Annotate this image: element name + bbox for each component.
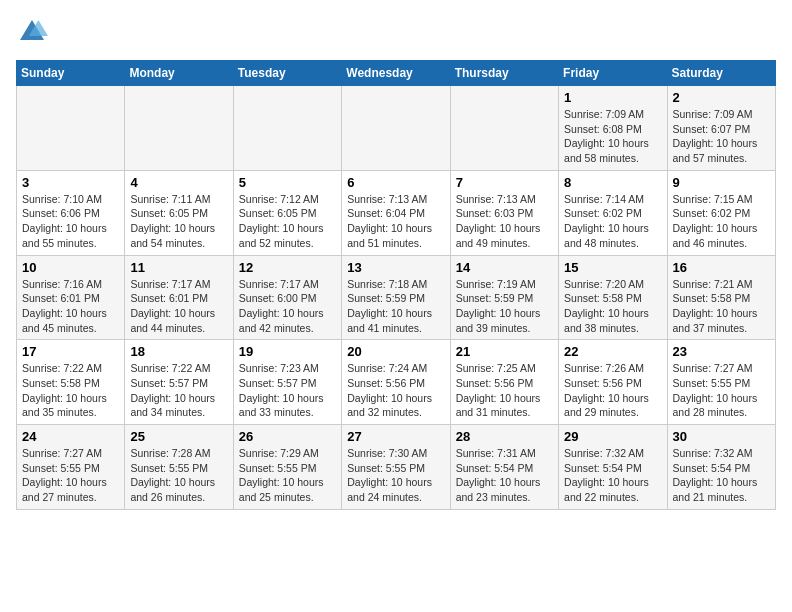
day-info: Sunrise: 7:27 AM Sunset: 5:55 PM Dayligh…	[22, 447, 107, 503]
day-info: Sunrise: 7:22 AM Sunset: 5:57 PM Dayligh…	[130, 362, 215, 418]
week-row-3: 10Sunrise: 7:16 AM Sunset: 6:01 PM Dayli…	[17, 255, 776, 340]
day-info: Sunrise: 7:09 AM Sunset: 6:07 PM Dayligh…	[673, 108, 758, 164]
day-cell: 18Sunrise: 7:22 AM Sunset: 5:57 PM Dayli…	[125, 340, 233, 425]
day-cell: 28Sunrise: 7:31 AM Sunset: 5:54 PM Dayli…	[450, 425, 558, 510]
page-header	[16, 16, 776, 48]
day-cell: 26Sunrise: 7:29 AM Sunset: 5:55 PM Dayli…	[233, 425, 341, 510]
day-cell: 27Sunrise: 7:30 AM Sunset: 5:55 PM Dayli…	[342, 425, 450, 510]
day-info: Sunrise: 7:20 AM Sunset: 5:58 PM Dayligh…	[564, 278, 649, 334]
day-info: Sunrise: 7:28 AM Sunset: 5:55 PM Dayligh…	[130, 447, 215, 503]
day-info: Sunrise: 7:23 AM Sunset: 5:57 PM Dayligh…	[239, 362, 324, 418]
day-info: Sunrise: 7:31 AM Sunset: 5:54 PM Dayligh…	[456, 447, 541, 503]
day-info: Sunrise: 7:13 AM Sunset: 6:03 PM Dayligh…	[456, 193, 541, 249]
day-number: 8	[564, 175, 661, 190]
weekday-header-sunday: Sunday	[17, 61, 125, 86]
day-info: Sunrise: 7:15 AM Sunset: 6:02 PM Dayligh…	[673, 193, 758, 249]
day-number: 26	[239, 429, 336, 444]
day-cell: 17Sunrise: 7:22 AM Sunset: 5:58 PM Dayli…	[17, 340, 125, 425]
day-info: Sunrise: 7:09 AM Sunset: 6:08 PM Dayligh…	[564, 108, 649, 164]
week-row-1: 1Sunrise: 7:09 AM Sunset: 6:08 PM Daylig…	[17, 86, 776, 171]
day-info: Sunrise: 7:27 AM Sunset: 5:55 PM Dayligh…	[673, 362, 758, 418]
day-number: 12	[239, 260, 336, 275]
day-info: Sunrise: 7:32 AM Sunset: 5:54 PM Dayligh…	[673, 447, 758, 503]
week-row-4: 17Sunrise: 7:22 AM Sunset: 5:58 PM Dayli…	[17, 340, 776, 425]
weekday-header-saturday: Saturday	[667, 61, 775, 86]
day-number: 17	[22, 344, 119, 359]
day-info: Sunrise: 7:25 AM Sunset: 5:56 PM Dayligh…	[456, 362, 541, 418]
logo	[16, 16, 52, 48]
day-number: 30	[673, 429, 770, 444]
day-cell: 5Sunrise: 7:12 AM Sunset: 6:05 PM Daylig…	[233, 170, 341, 255]
day-cell: 4Sunrise: 7:11 AM Sunset: 6:05 PM Daylig…	[125, 170, 233, 255]
weekday-header-monday: Monday	[125, 61, 233, 86]
day-cell: 30Sunrise: 7:32 AM Sunset: 5:54 PM Dayli…	[667, 425, 775, 510]
day-info: Sunrise: 7:21 AM Sunset: 5:58 PM Dayligh…	[673, 278, 758, 334]
day-number: 23	[673, 344, 770, 359]
day-cell: 21Sunrise: 7:25 AM Sunset: 5:56 PM Dayli…	[450, 340, 558, 425]
day-cell	[233, 86, 341, 171]
day-number: 25	[130, 429, 227, 444]
week-row-5: 24Sunrise: 7:27 AM Sunset: 5:55 PM Dayli…	[17, 425, 776, 510]
day-number: 21	[456, 344, 553, 359]
day-number: 22	[564, 344, 661, 359]
day-number: 4	[130, 175, 227, 190]
day-cell: 1Sunrise: 7:09 AM Sunset: 6:08 PM Daylig…	[559, 86, 667, 171]
day-cell: 20Sunrise: 7:24 AM Sunset: 5:56 PM Dayli…	[342, 340, 450, 425]
day-cell	[450, 86, 558, 171]
day-cell: 11Sunrise: 7:17 AM Sunset: 6:01 PM Dayli…	[125, 255, 233, 340]
weekday-header-wednesday: Wednesday	[342, 61, 450, 86]
day-info: Sunrise: 7:29 AM Sunset: 5:55 PM Dayligh…	[239, 447, 324, 503]
day-info: Sunrise: 7:24 AM Sunset: 5:56 PM Dayligh…	[347, 362, 432, 418]
day-info: Sunrise: 7:11 AM Sunset: 6:05 PM Dayligh…	[130, 193, 215, 249]
day-cell	[125, 86, 233, 171]
day-number: 1	[564, 90, 661, 105]
day-number: 29	[564, 429, 661, 444]
day-info: Sunrise: 7:32 AM Sunset: 5:54 PM Dayligh…	[564, 447, 649, 503]
day-number: 7	[456, 175, 553, 190]
week-row-2: 3Sunrise: 7:10 AM Sunset: 6:06 PM Daylig…	[17, 170, 776, 255]
day-number: 18	[130, 344, 227, 359]
day-info: Sunrise: 7:26 AM Sunset: 5:56 PM Dayligh…	[564, 362, 649, 418]
day-info: Sunrise: 7:22 AM Sunset: 5:58 PM Dayligh…	[22, 362, 107, 418]
day-cell: 29Sunrise: 7:32 AM Sunset: 5:54 PM Dayli…	[559, 425, 667, 510]
day-cell: 14Sunrise: 7:19 AM Sunset: 5:59 PM Dayli…	[450, 255, 558, 340]
day-cell: 3Sunrise: 7:10 AM Sunset: 6:06 PM Daylig…	[17, 170, 125, 255]
day-number: 19	[239, 344, 336, 359]
day-info: Sunrise: 7:19 AM Sunset: 5:59 PM Dayligh…	[456, 278, 541, 334]
day-cell: 8Sunrise: 7:14 AM Sunset: 6:02 PM Daylig…	[559, 170, 667, 255]
day-cell: 25Sunrise: 7:28 AM Sunset: 5:55 PM Dayli…	[125, 425, 233, 510]
day-number: 20	[347, 344, 444, 359]
day-number: 16	[673, 260, 770, 275]
day-number: 9	[673, 175, 770, 190]
day-cell: 24Sunrise: 7:27 AM Sunset: 5:55 PM Dayli…	[17, 425, 125, 510]
day-number: 14	[456, 260, 553, 275]
day-info: Sunrise: 7:16 AM Sunset: 6:01 PM Dayligh…	[22, 278, 107, 334]
day-cell: 9Sunrise: 7:15 AM Sunset: 6:02 PM Daylig…	[667, 170, 775, 255]
day-number: 3	[22, 175, 119, 190]
day-cell: 15Sunrise: 7:20 AM Sunset: 5:58 PM Dayli…	[559, 255, 667, 340]
day-cell: 2Sunrise: 7:09 AM Sunset: 6:07 PM Daylig…	[667, 86, 775, 171]
day-number: 28	[456, 429, 553, 444]
day-number: 10	[22, 260, 119, 275]
day-info: Sunrise: 7:14 AM Sunset: 6:02 PM Dayligh…	[564, 193, 649, 249]
day-cell: 19Sunrise: 7:23 AM Sunset: 5:57 PM Dayli…	[233, 340, 341, 425]
day-cell: 16Sunrise: 7:21 AM Sunset: 5:58 PM Dayli…	[667, 255, 775, 340]
day-number: 5	[239, 175, 336, 190]
day-cell: 10Sunrise: 7:16 AM Sunset: 6:01 PM Dayli…	[17, 255, 125, 340]
day-info: Sunrise: 7:13 AM Sunset: 6:04 PM Dayligh…	[347, 193, 432, 249]
day-info: Sunrise: 7:17 AM Sunset: 6:00 PM Dayligh…	[239, 278, 324, 334]
day-cell: 6Sunrise: 7:13 AM Sunset: 6:04 PM Daylig…	[342, 170, 450, 255]
day-cell: 23Sunrise: 7:27 AM Sunset: 5:55 PM Dayli…	[667, 340, 775, 425]
day-number: 15	[564, 260, 661, 275]
weekday-header-row: SundayMondayTuesdayWednesdayThursdayFrid…	[17, 61, 776, 86]
day-number: 13	[347, 260, 444, 275]
day-number: 2	[673, 90, 770, 105]
day-number: 27	[347, 429, 444, 444]
day-cell: 12Sunrise: 7:17 AM Sunset: 6:00 PM Dayli…	[233, 255, 341, 340]
day-cell	[342, 86, 450, 171]
day-cell: 22Sunrise: 7:26 AM Sunset: 5:56 PM Dayli…	[559, 340, 667, 425]
calendar-table: SundayMondayTuesdayWednesdayThursdayFrid…	[16, 60, 776, 510]
day-info: Sunrise: 7:12 AM Sunset: 6:05 PM Dayligh…	[239, 193, 324, 249]
weekday-header-tuesday: Tuesday	[233, 61, 341, 86]
weekday-header-thursday: Thursday	[450, 61, 558, 86]
